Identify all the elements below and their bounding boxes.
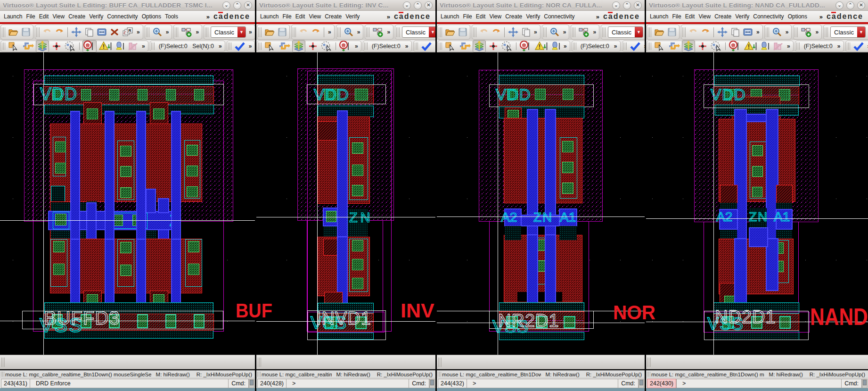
svg-text:A2: A2 — [716, 209, 732, 224]
svg-text:A1: A1 — [774, 209, 790, 224]
svg-text:NR2D1: NR2D1 — [498, 311, 559, 331]
svg-text:VDD: VDD — [314, 85, 349, 103]
svg-text:ZN: ZN — [533, 210, 553, 225]
svg-text:VDD: VDD — [496, 85, 531, 103]
svg-text:ND2D1: ND2D1 — [715, 307, 776, 327]
svg-text:VDD: VDD — [40, 84, 77, 104]
svg-text:INVD1: INVD1 — [316, 308, 371, 328]
svg-text:R: R — [128, 28, 131, 33]
svg-text:A1: A1 — [560, 210, 576, 225]
svg-text:VDD: VDD — [711, 85, 746, 103]
svg-text:!: ! — [103, 43, 105, 50]
svg-text:BUFFD3: BUFFD3 — [44, 308, 120, 328]
svg-text:!: ! — [748, 43, 750, 50]
svg-text:ZN: ZN — [749, 209, 768, 224]
svg-text:A2: A2 — [501, 210, 517, 225]
svg-text:!: ! — [539, 43, 540, 50]
